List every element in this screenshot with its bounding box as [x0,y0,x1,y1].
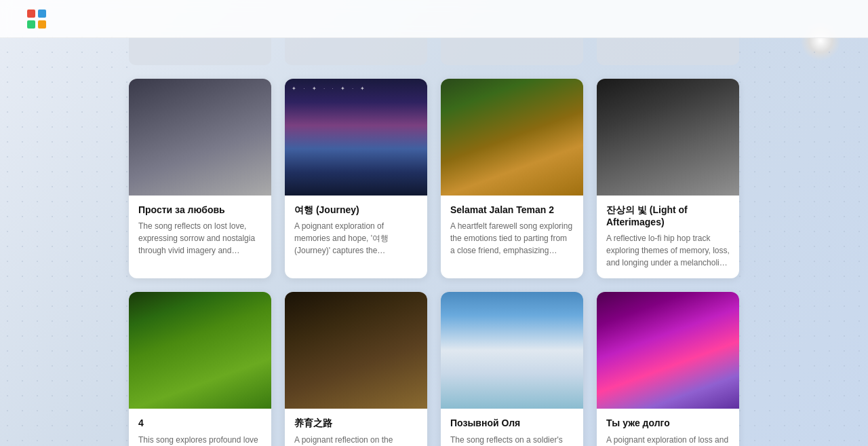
music-card[interactable]: 여행 (Journey) A poignant exploration of m… [285,79,427,278]
card-image [129,79,271,196]
music-card[interactable]: Selamat Jalan Teman 2 A heartfelt farewe… [441,79,583,278]
logo-icon [27,10,46,29]
card-image [597,79,739,196]
card-body: 잔상의 빛 (Light of Afterimages) A reflectiv… [597,196,739,278]
card-description: The song reflects on lost love, expressi… [138,220,262,257]
cards-section: Прости за любовь The song reflects on lo… [0,65,868,446]
card-title: Прости за любовь [138,204,262,216]
music-card[interactable]: Ты уже долго A poignant exploration of l… [597,292,739,446]
card-body: Прости за любовь The song reflects on lo… [129,196,271,266]
card-description: The song reflects on a soldier's unusual… [450,434,574,446]
partial-card [597,38,739,65]
card-description: A poignant exploration of loss and yearn… [606,434,730,446]
music-card[interactable]: Позывной Оля The song reflects on a sold… [441,292,583,446]
card-description: A poignant exploration of memories and h… [294,220,418,257]
svg-rect-3 [38,20,46,29]
card-description: A reflective lo-fi hip hop track explori… [606,232,730,269]
card-title: Selamat Jalan Teman 2 [450,204,574,216]
card-description: A heartfelt farewell song exploring the … [450,220,574,257]
card-title: 잔상의 빛 (Light of Afterimages) [606,204,730,228]
card-body: 여행 (Journey) A poignant exploration of m… [285,196,427,266]
svg-rect-2 [27,20,35,29]
partial-cards-row [0,38,868,65]
card-title: 여행 (Journey) [294,204,418,216]
card-image [129,292,271,409]
card-image [285,292,427,409]
card-image [597,292,739,409]
logo[interactable] [27,10,52,29]
card-body: Selamat Jalan Teman 2 A heartfelt farewe… [441,196,583,266]
music-card[interactable]: 养育之路 A poignant reflection on the challe… [285,292,427,446]
partial-card [285,38,427,65]
partial-card [441,38,583,65]
card-title: 4 [138,417,262,429]
partial-card [129,38,271,65]
cards-grid: Прости за любовь The song reflects on lo… [129,79,739,278]
card-title: Позывной Оля [450,417,574,429]
navbar [0,0,868,38]
card-body: 4 This song explores profound love and l… [129,409,271,446]
card-body: 养育之路 A poignant reflection on the challe… [285,409,427,446]
card-description: A poignant reflection on the challenges … [294,434,418,446]
card-body: Ты уже долго A poignant exploration of l… [597,409,739,446]
card-title: Ты уже долго [606,417,730,429]
card-image [441,79,583,196]
card-description: This song explores profound love and lon… [138,434,262,446]
music-card[interactable]: 4 This song explores profound love and l… [129,292,271,446]
card-title: 养育之路 [294,417,418,429]
card-image [285,79,427,196]
card-body: Позывной Оля The song reflects on a sold… [441,409,583,446]
svg-rect-1 [38,10,46,18]
cards-grid-2: 4 This song explores profound love and l… [129,292,739,446]
music-card[interactable]: Прости за любовь The song reflects on lo… [129,79,271,278]
card-image [441,292,583,409]
svg-rect-0 [27,10,35,18]
music-card[interactable]: 잔상의 빛 (Light of Afterimages) A reflectiv… [597,79,739,278]
